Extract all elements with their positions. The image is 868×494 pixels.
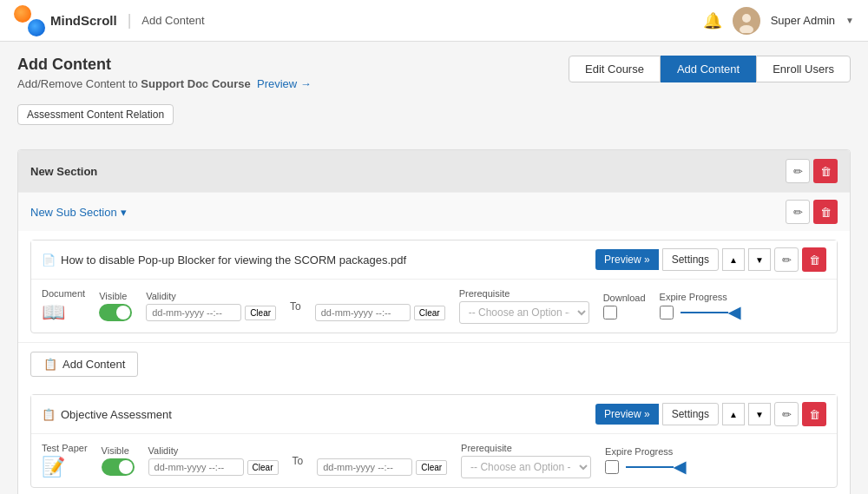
content-item-2-move-up-button[interactable]: ▲ bbox=[722, 403, 745, 425]
document-label: Document bbox=[42, 288, 85, 299]
nav-breadcrumb: Add Content bbox=[141, 14, 204, 27]
content-item-1-move-down-button[interactable]: ▼ bbox=[748, 248, 771, 271]
visible-label-2: Visible bbox=[102, 445, 135, 456]
test-paper-label: Test Paper bbox=[42, 443, 88, 453]
content-item-2-settings-button[interactable]: Settings bbox=[662, 403, 719, 425]
prerequisite-field-2: Prerequisite -- Choose an Option -- bbox=[461, 443, 591, 478]
validity-label: Validity bbox=[146, 291, 276, 301]
visible-field-2: Visible bbox=[102, 445, 135, 476]
download-field: Download bbox=[603, 293, 646, 319]
assessment-content-relation-tab[interactable]: Assessment Content Relation bbox=[17, 104, 174, 125]
sub-section-header: New Sub Section ▾ ✏ 🗑 bbox=[18, 193, 850, 231]
content-item-1-settings-button[interactable]: Settings bbox=[662, 248, 719, 271]
validity-end-label-2 bbox=[317, 445, 447, 456]
expire-progress-label-2: Expire Progress bbox=[605, 446, 686, 457]
prerequisite-select[interactable]: -- Choose an Option -- bbox=[459, 301, 589, 324]
visible-toggle-2[interactable] bbox=[102, 458, 135, 476]
top-nav: MindScroll | Add Content 🔔 Super Admin ▼ bbox=[0, 0, 868, 42]
tab-enroll-users[interactable]: Enroll Users bbox=[756, 56, 851, 82]
section-header: New Section ✏ 🗑 bbox=[18, 150, 850, 192]
content-item-1-preview-button[interactable]: Preview » bbox=[595, 249, 659, 270]
sub-section-edit-button[interactable]: ✏ bbox=[786, 200, 810, 224]
tab-bar: Edit Course Add Content Enroll Users bbox=[569, 56, 851, 82]
document-icon: 📖 bbox=[42, 301, 85, 324]
expire-progress-checkbox-2[interactable] bbox=[605, 460, 619, 474]
validity-start-clear-button[interactable]: Clear bbox=[245, 306, 276, 320]
logo-icon bbox=[14, 5, 45, 36]
content-item-2-icon: 📋 bbox=[42, 408, 56, 421]
nav-right: 🔔 Super Admin ▼ bbox=[703, 7, 854, 35]
validity-end-clear-button[interactable]: Clear bbox=[414, 306, 445, 320]
validity-start-clear-button-2[interactable]: Clear bbox=[247, 460, 279, 475]
add-content-button-1[interactable]: 📋 Add Content bbox=[30, 352, 138, 377]
content-item-1-move-up-button[interactable]: ▲ bbox=[722, 248, 745, 271]
validity-end-date[interactable] bbox=[315, 304, 411, 321]
content-item-2-actions: Preview » Settings ▲ ▼ ✏ 🗑 bbox=[595, 402, 826, 426]
download-label: Download bbox=[603, 293, 646, 303]
sub-section-link[interactable]: New Sub Section ▾ bbox=[30, 206, 127, 219]
download-checkbox[interactable] bbox=[603, 306, 617, 319]
validity-end-field-2: Clear bbox=[317, 445, 447, 476]
prerequisite-field: Prerequisite -- Choose an Option -- bbox=[459, 288, 589, 324]
content-item-2-preview-button[interactable]: Preview » bbox=[595, 404, 659, 425]
logo-circle-orange bbox=[14, 5, 31, 23]
tab-edit-course[interactable]: Edit Course bbox=[569, 56, 661, 82]
content-item-2-delete-button[interactable]: 🗑 bbox=[802, 402, 826, 426]
sub-section-actions: ✏ 🗑 bbox=[786, 200, 838, 224]
section-container: New Section ✏ 🗑 New Sub Section ▾ ✏ 🗑 bbox=[17, 149, 851, 494]
validity-label-2: Validity bbox=[148, 445, 279, 456]
validity-field-2: Validity Clear bbox=[148, 445, 279, 476]
validity-end-field: Clear bbox=[315, 291, 445, 321]
tab-add-content[interactable]: Add Content bbox=[661, 56, 756, 82]
bell-icon[interactable]: 🔔 bbox=[703, 11, 722, 30]
preview-link[interactable]: Preview → bbox=[257, 77, 312, 90]
user-dropdown-arrow[interactable]: ▼ bbox=[845, 16, 854, 25]
visible-field: Visible bbox=[99, 291, 132, 321]
content-item-1-delete-button[interactable]: 🗑 bbox=[802, 247, 826, 272]
document-field: Document 📖 bbox=[42, 288, 85, 324]
page-title: Add Content bbox=[17, 56, 312, 74]
content-item-2-fields: Test Paper 📝 Visible Validity bbox=[31, 434, 837, 487]
course-name: Support Doc Course bbox=[141, 77, 250, 90]
expire-progress-field: Expire Progress ◀ bbox=[660, 292, 740, 320]
content-item-1-title: 📄 How to disable Pop-up Blocker for view… bbox=[42, 254, 406, 267]
expire-progress-label: Expire Progress bbox=[660, 292, 740, 302]
content-item-1-fields: Document 📖 Visible Validity bbox=[31, 280, 837, 333]
content-item-1: 📄 How to disable Pop-up Blocker for view… bbox=[30, 240, 838, 333]
validity-to-label: To bbox=[290, 300, 301, 313]
content-item-2: 📋 Objective Assessment Preview » Setting… bbox=[30, 394, 838, 488]
validity-end-date-2[interactable] bbox=[317, 458, 412, 476]
section-delete-button[interactable]: 🗑 bbox=[813, 159, 838, 183]
content-item-1-file-icon: 📄 bbox=[42, 254, 56, 267]
validity-start-date[interactable] bbox=[146, 304, 241, 321]
validity-end-label bbox=[315, 291, 445, 301]
visible-toggle[interactable] bbox=[99, 304, 132, 321]
page-info: Add Content Add/Remove Content to Suppor… bbox=[17, 56, 312, 97]
logo-area: MindScroll bbox=[14, 5, 117, 36]
avatar bbox=[733, 7, 760, 35]
section-edit-button[interactable]: ✏ bbox=[786, 159, 810, 183]
test-paper-icon: 📝 bbox=[42, 456, 88, 478]
sub-section-delete-button[interactable]: 🗑 bbox=[813, 200, 838, 224]
validity-start-date-2[interactable] bbox=[148, 458, 244, 476]
logo-text: MindScroll bbox=[50, 13, 117, 28]
expire-progress-checkbox-1[interactable] bbox=[660, 306, 674, 319]
prerequisite-select-2[interactable]: -- Choose an Option -- bbox=[461, 456, 591, 478]
validity-to-label-2: To bbox=[293, 455, 304, 467]
section-title: New Section bbox=[30, 165, 97, 178]
add-content-row-1: 📋 Add Content bbox=[18, 342, 850, 385]
nav-left: MindScroll | Add Content bbox=[14, 5, 205, 36]
svg-point-1 bbox=[742, 14, 751, 23]
content-item-2-move-down-button[interactable]: ▼ bbox=[748, 403, 771, 425]
prerequisite-label-2: Prerequisite bbox=[461, 443, 591, 453]
validity-end-clear-button-2[interactable]: Clear bbox=[416, 460, 447, 475]
content-item-2-edit-button[interactable]: ✏ bbox=[774, 402, 799, 426]
content-item-2-header: 📋 Objective Assessment Preview » Setting… bbox=[31, 395, 837, 434]
content-item-2-title: 📋 Objective Assessment bbox=[42, 408, 172, 421]
logo-circle-blue bbox=[28, 19, 45, 36]
main-content: Add Content Add/Remove Content to Suppor… bbox=[0, 42, 868, 494]
content-item-1-actions: Preview » Settings ▲ ▼ ✏ 🗑 bbox=[595, 247, 826, 272]
page-subtitle: Add/Remove Content to Support Doc Course… bbox=[17, 77, 312, 90]
user-name: Super Admin bbox=[771, 14, 835, 27]
content-item-1-edit-button[interactable]: ✏ bbox=[774, 247, 799, 272]
